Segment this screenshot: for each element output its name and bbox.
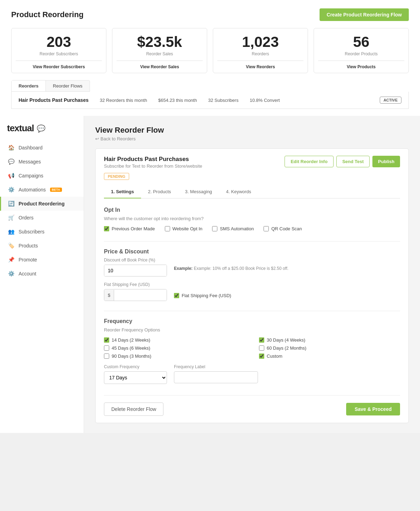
frequency-checkbox[interactable] bbox=[259, 337, 264, 343]
reorder-tab[interactable]: Reorder Flows bbox=[46, 80, 90, 91]
subscribers-icon: 👥 bbox=[8, 229, 14, 235]
example-text-content: Example: 10% off a $25.00 Book Price is … bbox=[194, 266, 288, 271]
frequency-option[interactable]: Custom bbox=[259, 354, 400, 359]
reorder-tab[interactable]: Reorders bbox=[12, 80, 46, 91]
main-layout: textual 💬 🏠 Dashboard 💬 Messages 📢 Campa… bbox=[0, 116, 420, 433]
opt-in-option[interactable]: Website Opt In bbox=[165, 226, 203, 231]
opt-in-checkbox[interactable] bbox=[165, 226, 170, 231]
pending-badge: PENDING bbox=[104, 173, 129, 180]
frequency-option[interactable]: 90 Days (3 Months) bbox=[104, 354, 245, 359]
promote-icon: 📌 bbox=[8, 257, 14, 263]
frequency-option[interactable]: 45 Days (6 Weeks) bbox=[104, 345, 245, 351]
flow-footer: Delete Reorder Flow Save & Proceed bbox=[104, 395, 400, 416]
stat-number: $23.5k bbox=[117, 34, 203, 50]
shipping-checkbox[interactable] bbox=[174, 293, 179, 298]
freq-label-input[interactable] bbox=[174, 371, 258, 383]
orders-icon: 🛒 bbox=[8, 215, 14, 221]
frequency-option-label: 14 Days (2 Weeks) bbox=[112, 337, 150, 343]
shipping-input-wrapper: $ bbox=[104, 289, 167, 301]
custom-freq-label: Custom Frequency bbox=[104, 364, 167, 369]
opt-in-option-label: SMS Automation bbox=[220, 226, 254, 231]
product-reordering-icon: 🔄 bbox=[8, 201, 14, 207]
frequency-checkbox[interactable] bbox=[104, 345, 109, 351]
shipping-input[interactable] bbox=[114, 289, 167, 301]
sidebar-item-products[interactable]: 🏷️ Products bbox=[0, 239, 84, 253]
sidebar-item-label: Account bbox=[19, 271, 36, 276]
frequency-checkbox[interactable] bbox=[259, 345, 264, 351]
frequency-option-label: 45 Days (6 Weeks) bbox=[112, 345, 150, 351]
opt-in-option[interactable]: Previous Order Made bbox=[104, 226, 155, 231]
opt-in-option-label: QR Code Scan bbox=[271, 226, 302, 231]
frequency-option-label: 90 Days (3 Months) bbox=[112, 354, 151, 359]
sidebar-item-automations[interactable]: ⚙️ Automations BETA bbox=[0, 183, 84, 197]
sidebar-item-label: Products bbox=[19, 243, 38, 248]
sidebar-item-messages[interactable]: 💬 Messages bbox=[0, 155, 84, 169]
top-header: Product Reordering Create Product Reorde… bbox=[11, 8, 409, 21]
reorder-tabs-container: ReordersReorder Flows Hair Products Past… bbox=[11, 80, 409, 109]
sidebar-item-account[interactable]: ⚙️ Account bbox=[0, 267, 84, 281]
frequency-option[interactable]: 60 Days (2 Months) bbox=[259, 345, 400, 351]
price-discount-section: Price & Discount Discount off Book Price… bbox=[104, 248, 400, 301]
back-link[interactable]: ↩ Back to Reorders bbox=[95, 136, 409, 141]
frequency-option[interactable]: 30 Days (4 Weeks) bbox=[259, 337, 400, 343]
stat-link[interactable]: View Products bbox=[318, 61, 404, 73]
sidebar-item-dashboard[interactable]: 🏠 Dashboard bbox=[0, 141, 84, 155]
sidebar-item-product-reordering[interactable]: 🔄 Product Reordering bbox=[0, 197, 84, 211]
publish-button[interactable]: Publish bbox=[372, 156, 400, 167]
opt-in-checkbox[interactable] bbox=[212, 226, 217, 231]
opt-in-subtitle: Where will the customer opt into reorder… bbox=[104, 216, 400, 221]
opt-in-option[interactable]: SMS Automation bbox=[212, 226, 254, 231]
frequency-checkbox[interactable] bbox=[104, 337, 109, 343]
send-test-button[interactable]: Send Test bbox=[336, 156, 370, 167]
stat-link[interactable]: View Reorder Sales bbox=[117, 61, 203, 73]
flow-tab-products[interactable]: 2. Products bbox=[141, 186, 178, 198]
frequency-section: Frequency Reorder Frequency Options 14 D… bbox=[104, 318, 400, 384]
discount-label: Discount off Book Price (%) bbox=[104, 258, 167, 262]
flow-card-info: Hair Products Past Purchases Subscribe f… bbox=[104, 156, 202, 169]
opt-in-option[interactable]: QR Code Scan bbox=[264, 226, 302, 231]
automations-icon: ⚙️ bbox=[8, 187, 14, 193]
opt-in-option-label: Previous Order Made bbox=[112, 226, 155, 231]
flow-tab-messaging[interactable]: 3. Messaging bbox=[178, 186, 219, 198]
shipping-prefix: $ bbox=[104, 290, 114, 301]
frequency-option[interactable]: 14 Days (2 Weeks) bbox=[104, 337, 245, 343]
sidebar-item-promote[interactable]: 📌 Promote bbox=[0, 253, 84, 267]
stat-number: 56 bbox=[318, 34, 404, 50]
opt-in-checkbox[interactable] bbox=[104, 226, 109, 231]
stat-card: $23.5k Reorder Sales View Reorder Sales bbox=[112, 28, 207, 73]
sidebar-item-label: Orders bbox=[19, 215, 34, 220]
opt-in-checkbox[interactable] bbox=[264, 226, 269, 231]
opt-in-option-label: Website Opt In bbox=[173, 226, 203, 231]
divider-1 bbox=[104, 241, 400, 241]
discount-input[interactable] bbox=[104, 265, 167, 276]
flow-tab-keywords[interactable]: 4. Keywords bbox=[219, 186, 258, 198]
save-proceed-button[interactable]: Save & Proceed bbox=[346, 403, 400, 415]
discount-example: Example: Example: 10% off a $25.00 Book … bbox=[174, 263, 288, 271]
flow-card-header: Hair Products Past Purchases Subscribe f… bbox=[104, 156, 400, 169]
active-badge: ACTIVE bbox=[380, 97, 401, 104]
page-title: Product Reordering bbox=[11, 10, 84, 19]
custom-freq-select[interactable]: 17 Days7 Days21 Days28 Days bbox=[104, 371, 167, 384]
logo-icon: 💬 bbox=[37, 124, 46, 133]
flow-tab-settings[interactable]: 1. Settings bbox=[104, 186, 141, 198]
stats-row: 203 Reorder Subscribers View Reorder Sub… bbox=[11, 28, 409, 73]
frequency-checkbox[interactable] bbox=[104, 354, 109, 359]
delete-flow-button[interactable]: Delete Reorder Flow bbox=[104, 402, 163, 416]
sidebar-item-subscribers[interactable]: 👥 Subscribers bbox=[0, 225, 84, 239]
sidebar-item-label: Dashboard bbox=[19, 145, 43, 150]
sidebar-item-label: Campaigns bbox=[19, 173, 43, 178]
create-flow-button[interactable]: Create Product Reordering Flow bbox=[320, 8, 409, 21]
stat-label: Reorder Subscribers bbox=[16, 51, 102, 56]
edit-reorder-info-button[interactable]: Edit Reorder Info bbox=[285, 156, 333, 167]
frequency-subtitle: Reorder Frequency Options bbox=[104, 327, 400, 332]
frequency-checkbox[interactable] bbox=[259, 354, 264, 359]
sidebar-item-orders[interactable]: 🛒 Orders bbox=[0, 211, 84, 225]
discount-input-wrapper: % bbox=[104, 265, 167, 276]
campaigns-icon: 📢 bbox=[8, 173, 14, 179]
opt-in-section: Opt In Where will the customer opt into … bbox=[104, 207, 400, 231]
back-arrow-icon: ↩ bbox=[95, 136, 99, 141]
stat-link[interactable]: View Reorder Subscribers bbox=[16, 61, 102, 73]
logo-text: textual bbox=[7, 123, 34, 134]
stat-link[interactable]: View Reorders bbox=[217, 61, 303, 73]
sidebar-item-campaigns[interactable]: 📢 Campaigns bbox=[0, 169, 84, 183]
